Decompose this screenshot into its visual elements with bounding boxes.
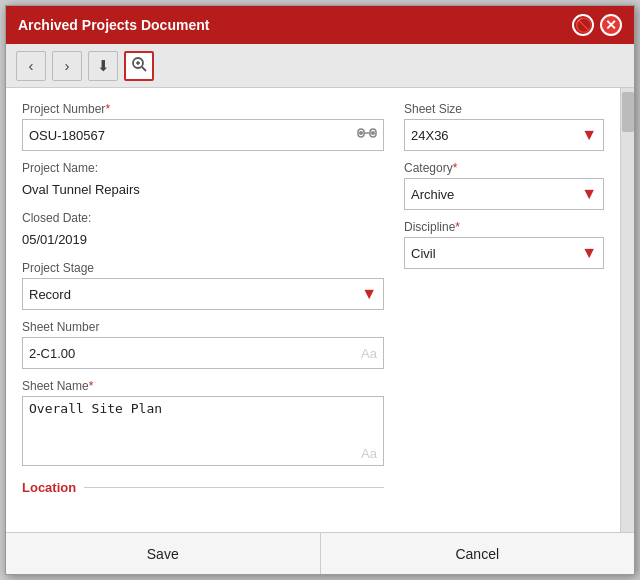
left-column: Project Number*	[22, 102, 384, 518]
sheet-size-value: 24X36	[411, 128, 581, 143]
sheet-number-input-wrapper: Aa	[22, 337, 384, 369]
no-entry-button[interactable]: 🚫	[572, 14, 594, 36]
project-stage-arrow-icon: ▼	[361, 285, 377, 303]
discipline-select[interactable]: Civil ▼	[404, 237, 604, 269]
project-name-value: Oval Tunnel Repairs	[22, 178, 384, 201]
project-number-field: Project Number*	[22, 102, 384, 151]
magnify-preview-icon	[130, 55, 148, 76]
discipline-label: Discipline*	[404, 220, 604, 234]
category-value: Archive	[411, 187, 581, 202]
sheet-name-field: Sheet Name* Overall Site Plan Aa	[22, 379, 384, 466]
sheet-size-field: Sheet Size 24X36 ▼	[404, 102, 604, 151]
category-label: Category*	[404, 161, 604, 175]
right-column: Sheet Size 24X36 ▼ Category* Archive ▼	[404, 102, 604, 518]
title-bar: Archived Projects Document 🚫 ✕	[6, 6, 634, 44]
binoculars-icon[interactable]	[357, 125, 377, 145]
location-label: Location	[22, 480, 76, 495]
chevron-left-icon: ‹	[29, 57, 34, 74]
project-stage-field: Project Stage Record ▼	[22, 261, 384, 310]
sheet-number-aa-hint: Aa	[361, 346, 377, 361]
sheet-name-textarea-wrapper: Overall Site Plan Aa	[22, 396, 384, 466]
project-stage-value: Record	[29, 287, 361, 302]
title-bar-buttons: 🚫 ✕	[572, 14, 622, 36]
closed-date-field: Closed Date: 05/01/2019	[22, 211, 384, 251]
category-arrow-icon: ▼	[581, 185, 597, 203]
sheet-name-label: Sheet Name*	[22, 379, 384, 393]
download-button[interactable]: ⬇	[88, 51, 118, 81]
download-icon: ⬇	[97, 57, 110, 75]
discipline-field: Discipline* Civil ▼	[404, 220, 604, 269]
closed-date-value: 05/01/2019	[22, 228, 384, 251]
save-button[interactable]: Save	[6, 533, 321, 574]
svg-line-1	[142, 67, 146, 71]
next-button[interactable]: ›	[52, 51, 82, 81]
closed-date-label: Closed Date:	[22, 211, 384, 225]
project-name-label: Project Name:	[22, 161, 384, 175]
sheet-size-label: Sheet Size	[404, 102, 604, 116]
svg-point-7	[371, 131, 375, 135]
project-name-field: Project Name: Oval Tunnel Repairs	[22, 161, 384, 201]
dialog: Archived Projects Document 🚫 ✕ ‹ › ⬇	[5, 5, 635, 575]
project-stage-select[interactable]: Record ▼	[22, 278, 384, 310]
sheet-number-field: Sheet Number Aa	[22, 320, 384, 369]
discipline-value: Civil	[411, 246, 581, 261]
cancel-button[interactable]: Cancel	[321, 533, 635, 574]
footer: Save Cancel	[6, 532, 634, 574]
scrollbar-thumb[interactable]	[622, 92, 634, 132]
content-area: Project Number*	[6, 88, 634, 532]
project-stage-label: Project Stage	[22, 261, 384, 275]
prev-button[interactable]: ‹	[16, 51, 46, 81]
sheet-name-aa-hint: Aa	[361, 446, 377, 461]
scrollbar-track[interactable]	[620, 88, 634, 532]
svg-point-6	[359, 131, 363, 135]
sheet-number-input[interactable]	[29, 346, 361, 361]
search-preview-button[interactable]	[124, 51, 154, 81]
project-number-label: Project Number*	[22, 102, 384, 116]
sheet-size-arrow-icon: ▼	[581, 126, 597, 144]
discipline-arrow-icon: ▼	[581, 244, 597, 262]
close-button[interactable]: ✕	[600, 14, 622, 36]
location-divider	[84, 487, 384, 488]
sheet-name-textarea[interactable]: Overall Site Plan	[29, 401, 377, 461]
project-number-input-wrapper	[22, 119, 384, 151]
project-number-input[interactable]	[29, 128, 357, 143]
toolbar: ‹ › ⬇	[6, 44, 634, 88]
sheet-number-label: Sheet Number	[22, 320, 384, 334]
location-section: Location	[22, 480, 384, 495]
sheet-size-select[interactable]: 24X36 ▼	[404, 119, 604, 151]
category-field: Category* Archive ▼	[404, 161, 604, 210]
chevron-right-icon: ›	[65, 57, 70, 74]
category-select[interactable]: Archive ▼	[404, 178, 604, 210]
form-area: Project Number*	[6, 88, 620, 532]
dialog-title: Archived Projects Document	[18, 17, 209, 33]
